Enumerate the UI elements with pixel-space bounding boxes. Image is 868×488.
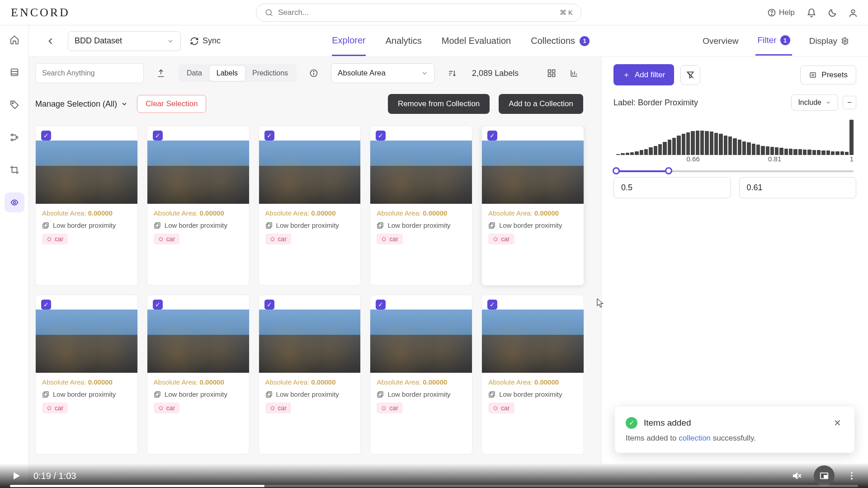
- card-thumbnail[interactable]: [259, 310, 361, 373]
- play-button[interactable]: [10, 469, 23, 482]
- result-card[interactable]: ✓ Absolute Area: 0.00000 Low border prox…: [481, 126, 584, 286]
- add-filter-button[interactable]: ＋ Add filter: [613, 64, 674, 85]
- rail-branch[interactable]: [5, 127, 24, 147]
- manage-selection[interactable]: Manage Selection (All): [35, 99, 128, 109]
- help-button[interactable]: Help: [767, 8, 795, 17]
- card-checkbox[interactable]: ✓: [153, 300, 163, 310]
- svg-rect-39: [491, 392, 495, 396]
- sort-select[interactable]: Absolute Area: [331, 63, 435, 83]
- result-card[interactable]: ✓ Absolute Area: 0.00000 Low border prox…: [147, 295, 250, 455]
- card-checkbox[interactable]: ✓: [264, 131, 274, 141]
- results-grid[interactable]: ✓ Absolute Area: 0.00000 Low border prox…: [35, 126, 592, 464]
- rail-explore[interactable]: [5, 192, 24, 212]
- card-checkbox[interactable]: ✓: [487, 300, 497, 310]
- result-card[interactable]: ✓ Absolute Area: 0.00000 Low border prox…: [370, 295, 472, 455]
- list-icon: [809, 71, 817, 79]
- result-card[interactable]: ✓ Absolute Area: 0.00000 Low border prox…: [481, 295, 584, 455]
- result-card[interactable]: ✓ Absolute Area: 0.00000 Low border prox…: [147, 126, 250, 286]
- clear-filters-button[interactable]: [680, 65, 700, 85]
- bell-icon[interactable]: [807, 8, 816, 17]
- card-checkbox[interactable]: ✓: [264, 300, 274, 310]
- card-checkbox[interactable]: ✓: [41, 131, 51, 141]
- remove-filter-button[interactable]: −: [843, 96, 856, 109]
- card-checkbox[interactable]: ✓: [487, 131, 497, 141]
- back-button[interactable]: [42, 33, 59, 49]
- tab-explorer[interactable]: Explorer: [332, 26, 365, 56]
- rail-crop[interactable]: [5, 160, 24, 180]
- help-label: Help: [779, 8, 795, 17]
- card-thumbnail[interactable]: [259, 141, 361, 204]
- result-card[interactable]: ✓ Absolute Area: 0.00000 Low border prox…: [259, 126, 361, 286]
- tab-collections[interactable]: Collections1: [531, 26, 590, 56]
- seg-data[interactable]: Data: [179, 66, 209, 81]
- result-card[interactable]: ✓ Absolute Area: 0.00000 Low border prox…: [35, 295, 138, 455]
- user-icon[interactable]: [848, 8, 857, 17]
- hist-bar: [835, 151, 839, 155]
- rtab-overview[interactable]: Overview: [701, 26, 740, 56]
- search-anything-input[interactable]: [42, 69, 137, 77]
- global-search-input[interactable]: [278, 8, 555, 17]
- add-to-collection-button[interactable]: Add to a Collection: [499, 94, 583, 114]
- stack-icon: [154, 222, 161, 229]
- card-thumbnail[interactable]: [370, 141, 472, 204]
- search-anything[interactable]: [35, 63, 144, 83]
- upload-button[interactable]: [152, 64, 170, 82]
- result-card[interactable]: ✓ Absolute Area: 0.00000 Low border prox…: [259, 295, 361, 455]
- tab-model-evaluation[interactable]: Model Evaluation: [442, 26, 511, 56]
- card-thumbnail[interactable]: [482, 310, 584, 373]
- rail-labels[interactable]: [5, 95, 24, 115]
- global-search-wrap: ⌘ K: [256, 4, 581, 22]
- card-checkbox[interactable]: ✓: [376, 300, 386, 310]
- filter-name: Label: Border Proximity: [613, 98, 698, 108]
- sort-direction-button[interactable]: [443, 64, 461, 82]
- more-button[interactable]: [845, 469, 858, 482]
- info-button[interactable]: [305, 64, 323, 82]
- rail-data[interactable]: [5, 62, 24, 82]
- grid-view-button[interactable]: [542, 64, 561, 82]
- histogram: [613, 120, 856, 155]
- card-thumbnail[interactable]: [482, 141, 584, 204]
- toast-link[interactable]: collection: [679, 434, 711, 442]
- presets-button[interactable]: Presets: [800, 66, 856, 84]
- slider-handle-min[interactable]: [613, 167, 620, 174]
- absolute-area: Absolute Area: 0.00000: [377, 378, 466, 386]
- card-thumbnail[interactable]: [370, 310, 472, 373]
- mute-button[interactable]: [790, 469, 803, 482]
- chart-view-button[interactable]: [565, 64, 583, 82]
- remove-from-collection-button[interactable]: Remove from Collection: [388, 94, 490, 114]
- sync-button[interactable]: Sync: [190, 36, 221, 46]
- dataset-select[interactable]: BDD Dataset: [68, 31, 181, 51]
- card-checkbox[interactable]: ✓: [153, 131, 163, 141]
- rtab-display[interactable]: Display: [807, 26, 851, 56]
- card-thumbnail[interactable]: [36, 310, 137, 373]
- card-thumbnail[interactable]: [147, 141, 249, 204]
- result-card[interactable]: ✓ Absolute Area: 0.00000 Low border prox…: [35, 126, 138, 286]
- pip-button[interactable]: [814, 465, 835, 486]
- card-checkbox[interactable]: ✓: [376, 131, 386, 141]
- svg-point-4: [851, 9, 854, 13]
- tab-analytics[interactable]: Analytics: [386, 26, 422, 56]
- card-thumbnail[interactable]: [147, 310, 249, 373]
- view-toggles: [542, 64, 583, 82]
- moon-icon[interactable]: [827, 8, 836, 17]
- stack-icon: [265, 222, 273, 229]
- toast-close[interactable]: ✕: [831, 417, 844, 429]
- video-progress[interactable]: [10, 485, 858, 487]
- result-card[interactable]: ✓ Absolute Area: 0.00000 Low border prox…: [370, 126, 472, 286]
- rail-home[interactable]: [5, 30, 24, 50]
- global-search[interactable]: ⌘ K: [256, 4, 581, 22]
- range-slider[interactable]: [616, 168, 854, 174]
- absolute-area: Absolute Area: 0.00000: [265, 209, 354, 217]
- svg-rect-26: [266, 224, 270, 228]
- svg-rect-25: [267, 223, 271, 227]
- slider-handle-max[interactable]: [665, 167, 672, 174]
- seg-labels[interactable]: Labels: [209, 66, 245, 81]
- card-thumbnail[interactable]: [36, 141, 137, 204]
- clear-selection-button[interactable]: Clear Selection: [137, 95, 206, 113]
- rtab-filter[interactable]: Filter1: [755, 26, 792, 56]
- range-min-input[interactable]: 0.5: [613, 177, 731, 198]
- include-select[interactable]: Include: [791, 94, 838, 111]
- range-max-input[interactable]: 0.61: [739, 177, 857, 198]
- card-checkbox[interactable]: ✓: [41, 300, 51, 310]
- seg-predictions[interactable]: Predictions: [245, 66, 295, 81]
